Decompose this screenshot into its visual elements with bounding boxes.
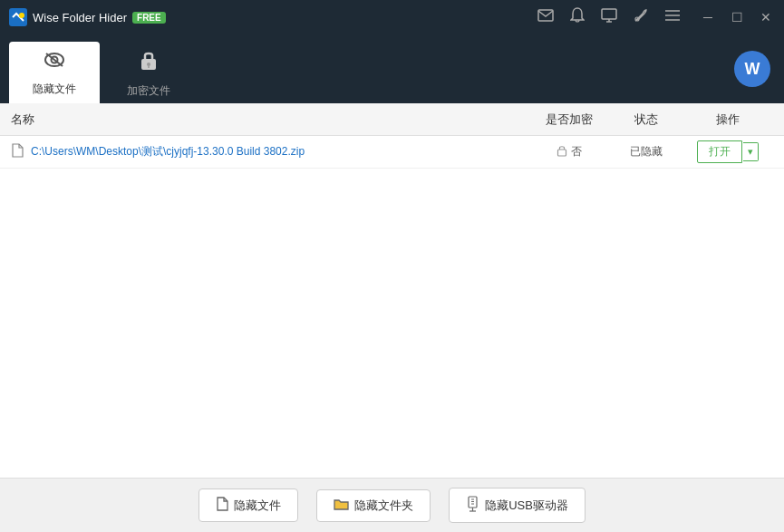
col-name-header: 名称	[11, 111, 528, 128]
hide-folder-label: 隐藏文件夹	[354, 498, 413, 514]
title-bar: Wise Folder Hider FREE	[0, 0, 784, 34]
app-title: Wise Folder Hider	[33, 11, 127, 24]
hide-files-icon	[42, 49, 67, 76]
bell-icon[interactable]	[570, 7, 585, 27]
tab-encrypt-files[interactable]: 加密文件	[103, 42, 194, 103]
hide-usb-icon	[466, 496, 479, 515]
svg-rect-2	[538, 10, 553, 21]
file-icon	[11, 143, 24, 160]
tab-encrypt-files-label: 加密文件	[127, 83, 170, 99]
avatar[interactable]: W	[734, 51, 770, 87]
content-area: 名称 是否加密 状态 操作 C:\Users\WM\Desktop\测试\cjy…	[0, 103, 784, 478]
free-badge: FREE	[132, 12, 166, 24]
title-bar-left: Wise Folder Hider FREE	[9, 8, 537, 26]
hide-usb-button[interactable]: 隐藏USB驱动器	[449, 488, 586, 523]
minimize-button[interactable]: ─	[699, 10, 717, 24]
bottom-bar: 隐藏文件 隐藏文件夹 隐藏USB驱动器	[0, 478, 784, 532]
svg-point-1	[19, 13, 24, 18]
maximize-button[interactable]: ☐	[728, 10, 746, 24]
svg-rect-16	[558, 150, 566, 156]
table-row: C:\Users\WM\Desktop\测试\cjyjqfj-13.30.0 B…	[0, 136, 784, 169]
row-encrypted: 否	[528, 144, 610, 160]
hide-file-label: 隐藏文件	[234, 498, 281, 514]
svg-rect-0	[9, 8, 27, 26]
col-status-header: 状态	[610, 111, 682, 128]
table-header: 名称 是否加密 状态 操作	[0, 103, 784, 136]
row-file-name: C:\Users\WM\Desktop\测试\cjyjqfj-13.30.0 B…	[11, 143, 528, 160]
monitor-icon[interactable]	[601, 8, 617, 26]
wrench-icon[interactable]	[634, 8, 648, 26]
dropdown-button[interactable]: ▾	[743, 142, 759, 161]
col-action-header: 操作	[682, 111, 773, 128]
app-logo-icon	[9, 8, 27, 26]
row-action: 打开 ▾	[682, 140, 773, 163]
hide-usb-label: 隐藏USB驱动器	[485, 498, 568, 514]
encrypt-files-icon	[139, 47, 159, 78]
close-button[interactable]: ✕	[757, 10, 775, 24]
svg-point-14	[147, 63, 150, 66]
open-button[interactable]: 打开	[697, 140, 742, 163]
main-container: 隐藏文件 加密文件 W 名称 是否加密 状态	[0, 34, 784, 532]
hide-file-icon	[216, 497, 228, 514]
title-bar-icons	[537, 7, 681, 27]
hide-file-button[interactable]: 隐藏文件	[198, 488, 298, 522]
menu-icon[interactable]	[664, 9, 681, 25]
title-bar-controls: ─ ☐ ✕	[699, 10, 775, 24]
hide-folder-button[interactable]: 隐藏文件夹	[316, 489, 431, 522]
table-body: C:\Users\WM\Desktop\测试\cjyjqfj-13.30.0 B…	[0, 136, 784, 478]
lock-icon	[557, 144, 567, 160]
svg-rect-3	[602, 9, 616, 19]
row-status: 已隐藏	[610, 144, 682, 160]
tab-hide-files-label: 隐藏文件	[33, 82, 76, 97]
hide-folder-icon	[334, 498, 349, 513]
col-encrypted-header: 是否加密	[528, 111, 610, 128]
email-icon[interactable]	[537, 9, 554, 25]
tab-bar: 隐藏文件 加密文件 W	[0, 34, 784, 103]
tab-hide-files[interactable]: 隐藏文件	[9, 42, 100, 103]
